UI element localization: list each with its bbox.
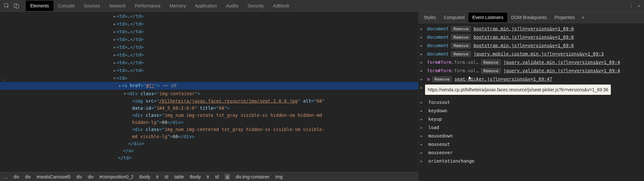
dom-node[interactable]: <td>…</td> — [0, 35, 418, 43]
event-category[interactable]: load — [419, 123, 644, 132]
breadcrumb-segment[interactable]: tbody — [139, 174, 150, 179]
breadcrumb-segment[interactable]: #seatsCarousel0 — [37, 174, 71, 179]
chevron-right-icon[interactable] — [421, 33, 424, 41]
listener-source-link[interactable]: bootstrap.min.js?ln=versions&v=1_69:6 — [473, 33, 574, 41]
subtab-computed[interactable]: Computed — [440, 13, 469, 22]
chevron-right-icon[interactable] — [421, 25, 424, 33]
tab-audits[interactable]: Audits — [222, 1, 243, 11]
dom-node[interactable]: <td>…</td> — [0, 59, 418, 66]
remove-button[interactable]: Remove — [432, 76, 452, 82]
listener-source-link[interactable]: jquery.mobile.custom.min.js?ln=versions&… — [473, 50, 604, 58]
breadcrumb-segment[interactable]: div — [25, 174, 31, 179]
dom-node[interactable]: </div> — [0, 140, 418, 147]
chevron-right-icon[interactable] — [421, 50, 424, 58]
event-category[interactable]: keyup — [419, 115, 644, 123]
breadcrumb-segment[interactable]: td — [165, 174, 168, 179]
breadcrumb-segment[interactable]: div — [14, 174, 19, 179]
event-category[interactable]: orientationchange — [419, 157, 644, 165]
breadcrumb-segment[interactable]: div.img-container — [236, 174, 270, 179]
subtab-styles[interactable]: Styles — [420, 13, 440, 22]
dom-node[interactable]: md visible-lg">68</div> — [0, 133, 418, 140]
chevron-right-icon[interactable] — [421, 132, 424, 140]
chevron-right-icon[interactable] — [421, 123, 424, 132]
subtab-dom-breakpoints[interactable]: DOM Breakpoints — [507, 13, 550, 22]
breadcrumb-segment[interactable]: div — [76, 174, 82, 179]
remove-button[interactable]: Remove — [481, 60, 501, 65]
dom-node[interactable]: <div class="img-container"> — [0, 90, 418, 97]
chevron-right-icon[interactable] — [421, 75, 424, 83]
breadcrumb-segment[interactable]: a — [225, 174, 230, 180]
listener-item[interactable]: documentRemovebootstrap.min.js?ln=versio… — [419, 41, 644, 50]
breadcrumb-segment[interactable]: tbody — [190, 174, 201, 179]
dom-node[interactable]: <td>…</td> — [0, 28, 418, 35]
dom-node[interactable]: data-id="184_5_68:2:0:0" title="68"> — [0, 105, 418, 112]
remove-button[interactable]: Remove — [451, 35, 471, 40]
event-category[interactable]: focusout — [419, 98, 644, 106]
event-category[interactable]: mouseout — [419, 140, 644, 148]
breadcrumb-segment[interactable]: tr — [207, 174, 210, 179]
listener-item[interactable]: form#form.form.val…Removejquery.validate… — [419, 66, 644, 75]
device-icon[interactable] — [14, 3, 19, 9]
listener-source-link[interactable]: bootstrap.min.js?ln=versions&v=1_69:6 — [473, 25, 574, 33]
dom-node[interactable]: </a> — [0, 147, 418, 154]
tab-security[interactable]: Security — [243, 1, 269, 11]
listener-item[interactable]: documentRemovejquery.mobile.custom.min.j… — [419, 50, 644, 58]
event-category[interactable]: mousedown — [419, 132, 644, 140]
dom-node[interactable]: <td> — [0, 74, 418, 82]
dom-node[interactable]: <td>…</td> — [0, 20, 418, 28]
tab-elements[interactable]: Elements — [26, 1, 53, 11]
listener-item[interactable]: aRemoveseat-picker.js?ln=versions&v=1_69… — [419, 75, 644, 83]
dom-node[interactable]: </td> — [0, 154, 418, 161]
tab-network[interactable]: Network — [105, 1, 130, 11]
chevron-right-icon[interactable] — [421, 148, 424, 157]
remove-button[interactable]: Remove — [451, 43, 471, 48]
dom-node[interactable]: hidden-lg">68</div> — [0, 119, 418, 126]
breadcrumb[interactable]: …divdiv#seatsCarousel0divdiv#composition… — [0, 172, 418, 181]
listener-item[interactable]: documentRemovebootstrap.min.js?ln=versio… — [419, 33, 644, 41]
tab-console[interactable]: Console — [53, 1, 79, 11]
tab-sources[interactable]: Sources — [79, 1, 105, 11]
chevron-right-icon[interactable] — [421, 98, 424, 106]
listener-source-link[interactable]: jquery.validate.min.js?ln=versions&v=1_6… — [503, 58, 620, 66]
remove-button[interactable]: Remove — [481, 68, 501, 74]
dom-node[interactable]: <td>…</td> — [0, 43, 418, 51]
listener-item[interactable]: form#form.form.val…Removejquery.validate… — [419, 58, 644, 66]
tab-application[interactable]: Application — [190, 1, 222, 11]
dom-node[interactable]: <td>…</td> — [0, 12, 418, 20]
dom-node-selected[interactable]: <a href="#?!"> == $0 — [0, 82, 418, 90]
event-category[interactable]: keydown — [419, 106, 644, 115]
dom-node[interactable]: <td>…</td> — [0, 66, 418, 74]
breadcrumb-segment[interactable]: … — [3, 174, 8, 179]
chevron-right-icon[interactable] — [421, 41, 424, 50]
kebab-icon[interactable]: ⋮ — [629, 3, 634, 8]
event-listeners-panel[interactable]: documentRemovebootstrap.min.js?ln=versio… — [419, 23, 644, 181]
more-tabs-icon[interactable]: » — [580, 13, 586, 22]
close-icon[interactable]: ✕ — [636, 3, 641, 8]
remove-button[interactable]: Remove — [451, 51, 471, 57]
tab-performance[interactable]: Performance — [130, 1, 165, 11]
dom-node[interactable]: <td>…</td> — [0, 51, 418, 59]
remove-button[interactable]: Remove — [451, 26, 471, 32]
chevron-right-icon[interactable] — [421, 83, 424, 92]
tab-adblock[interactable]: AdBlock — [268, 1, 294, 11]
event-category[interactable]: mouseover — [419, 148, 644, 157]
chevron-right-icon[interactable] — [421, 140, 424, 148]
listener-source-link[interactable]: bootstrap.min.js?ln=versions&v=1_69:6 — [473, 42, 574, 49]
chevron-right-icon[interactable] — [421, 66, 424, 75]
subtab-event-listeners[interactable]: Event Listeners — [469, 13, 507, 22]
dom-node[interactable]: <div class="img_num img-rotate txt_gray … — [0, 112, 418, 119]
breadcrumb-segment[interactable]: table — [174, 174, 184, 179]
subtab-properties[interactable]: Properties — [551, 13, 579, 22]
tab-memory[interactable]: Memory — [165, 1, 191, 11]
chevron-right-icon[interactable] — [421, 106, 424, 115]
listener-source-link[interactable]: jquery.validate.min.js?ln=versions&v=1_6… — [503, 67, 620, 75]
dom-node[interactable]: <div class="img_num img-centered txt_gra… — [0, 126, 418, 133]
inspect-icon[interactable] — [4, 3, 10, 9]
chevron-right-icon[interactable] — [421, 58, 424, 66]
breadcrumb-segment[interactable]: td — [215, 174, 219, 179]
dom-node[interactable]: <img src="/bilheteira/javax.faces.resour… — [0, 97, 418, 105]
breadcrumb-segment[interactable]: img — [275, 174, 283, 179]
chevron-right-icon[interactable] — [421, 115, 424, 123]
chevron-right-icon[interactable] — [421, 157, 424, 165]
dom-tree[interactable]: <td>…</td><td>…</td><td>…</td><td>…</td>… — [0, 12, 418, 172]
